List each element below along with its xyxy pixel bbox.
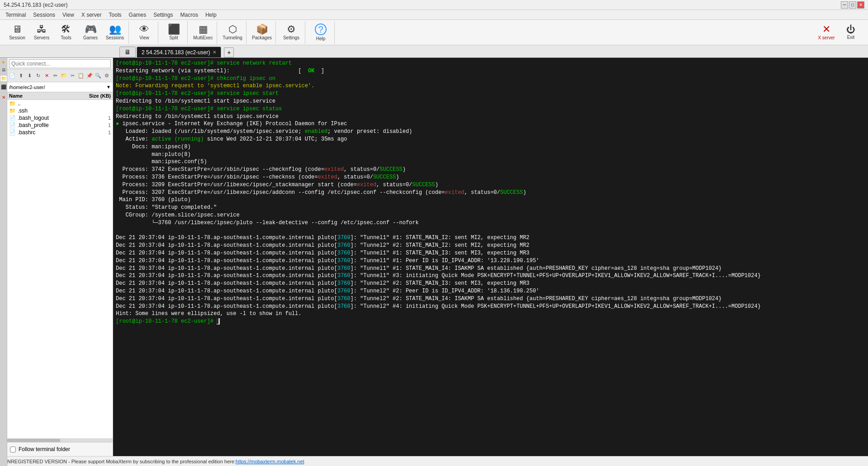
tool-xserver[interactable]: ✕ X server — [815, 22, 838, 43]
sidebar-mkdir-btn[interactable]: 📁 — [60, 72, 68, 80]
menu-sessions[interactable]: Sessions — [29, 11, 59, 19]
menu-settings[interactable]: Settings — [150, 11, 176, 19]
tunneling-icon: ⬡ — [228, 24, 237, 34]
menu-xserver[interactable]: X server — [78, 11, 105, 19]
menu-help[interactable]: Help — [202, 11, 220, 19]
terminal-line: Status: "Startup completed." — [116, 204, 865, 212]
tab-close-button[interactable]: ✕ — [213, 50, 216, 55]
tool-group-multiexec: ▦ MultiExec — [190, 21, 217, 44]
sidebar-upload-btn[interactable]: ⬆ — [17, 72, 25, 80]
xserver-icon: ✕ — [822, 24, 830, 34]
tool-tools[interactable]: 🛠 Tools — [54, 22, 78, 43]
sessions-label: Sessions — [106, 35, 124, 40]
tool-view[interactable]: 👁 View — [133, 22, 156, 43]
nav-strip: ★ 🖥 📁 ⬛ ✕ — [0, 58, 7, 466]
tool-multiexec[interactable]: ▦ MultiExec — [191, 22, 215, 43]
terminal-tab[interactable]: 2 54.254.176.183 (ec2-user) ✕ — [137, 47, 221, 57]
menu-macros[interactable]: Macros — [177, 11, 202, 19]
terminal-line: [root@ip-10-11-1-78 ec2-user]# service i… — [116, 90, 865, 98]
terminal-line: Redirecting to /bin/systemctl status ips… — [116, 113, 865, 121]
sidebar-new-btn[interactable]: 📄 — [8, 72, 16, 80]
sidebar-search-btn[interactable]: 🔍 — [94, 72, 102, 80]
sidebar-settings-btn[interactable]: ⚙ — [103, 72, 111, 80]
tool-group-split: ⬛ Split — [160, 21, 188, 44]
sidebar-delete-btn[interactable]: ✕ — [43, 72, 51, 80]
sessions-icon: 👥 — [109, 24, 121, 34]
file-size: 1 — [79, 122, 111, 128]
nav-x-icon[interactable]: ✕ — [2, 95, 5, 100]
terminal-line: Loaded: loaded (/usr/lib/systemd/system/… — [116, 128, 865, 136]
tool-exit[interactable]: ⏻ Exit — [839, 22, 863, 43]
tool-servers[interactable]: 🖧 Servers — [30, 22, 53, 43]
file-name: .. — [18, 100, 77, 107]
terminal-line: Dec 21 20:37:04 ip-10-11-1-78.ap-southea… — [116, 257, 865, 265]
menu-tools[interactable]: Tools — [105, 11, 125, 19]
terminal-area[interactable]: [root@ip-10-11-1-78 ec2-user]# service n… — [113, 58, 868, 466]
maximize-button[interactable]: □ — [849, 1, 856, 9]
col-size-header: Size (KB) — [81, 92, 113, 99]
minimize-button[interactable]: ─ — [841, 1, 848, 9]
nav-pc-icon[interactable]: 🖥 — [1, 67, 6, 72]
settings-icon: ⚙ — [287, 24, 296, 34]
terminal-line: ● ipsec.service - Internet Key Exchange … — [116, 120, 865, 128]
terminal-line: Note: Forwarding request to 'systemctl e… — [116, 82, 865, 90]
sidebar-hscrollbar[interactable] — [7, 438, 113, 442]
folder-icon: 📁 — [9, 100, 16, 107]
file-item-bash-logout[interactable]: 📄 .bash_logout 1 — [7, 114, 113, 122]
window-controls: ─ □ ✕ — [841, 1, 864, 9]
follow-terminal-checkbox[interactable] — [10, 447, 16, 452]
nav-star-icon[interactable]: ★ — [1, 60, 5, 65]
terminal-line: man:pluto(8) — [116, 151, 865, 159]
status-bar: UNREGISTERED VERSION - Please support Mo… — [0, 456, 868, 466]
status-text: UNREGISTERED VERSION - Please support Mo… — [4, 459, 236, 464]
file-list-header: Name Size (KB) — [7, 92, 113, 100]
tab-icon-area: 🖥 — [119, 47, 136, 57]
tool-session[interactable]: 🖥 Session — [5, 22, 29, 43]
terminal-line: Restarting network (via systemctl): [ OK… — [116, 67, 865, 75]
file-list: 📁 .. 📁 .ssh 📄 .bash_logout 1 📄 .bash_pro — [7, 100, 113, 269]
tool-tunneling[interactable]: ⬡ Tunneling — [221, 22, 244, 43]
file-item-bashrc[interactable]: 📄 .bashrc 1 — [7, 129, 113, 136]
close-button[interactable]: ✕ — [857, 1, 864, 9]
menu-terminal[interactable]: Terminal — [2, 11, 29, 19]
tool-group-settings: ⚙ Settings — [278, 21, 305, 44]
tool-help[interactable]: ? Help — [309, 22, 332, 43]
new-tab-button[interactable]: + — [224, 47, 234, 57]
packages-label: Packages — [252, 35, 272, 40]
nav-folder-icon[interactable]: 📁 — [0, 75, 7, 82]
terminal-prompt: [root@ip-10-11-1-78 ec2-user]# ▌ — [116, 318, 865, 325]
tool-games[interactable]: 🎮 Games — [79, 22, 102, 43]
menu-games[interactable]: Games — [125, 11, 150, 19]
status-link[interactable]: https://mobaxterm.mobatek.net — [236, 459, 304, 464]
session-label: Session — [9, 35, 25, 40]
sidebar-rename-btn[interactable]: ✏ — [51, 72, 59, 80]
quick-connect-input[interactable] — [9, 59, 111, 68]
terminal-line: Dec 21 20:37:04 ip-10-11-1-78.ap-southea… — [116, 287, 865, 295]
file-item-bash-profile[interactable]: 📄 .bash_profile 1 — [7, 122, 113, 129]
sidebar-paste-btn[interactable]: 📌 — [85, 72, 94, 80]
terminal-tab-label: 2 54.254.176.183 (ec2-user) — [142, 49, 210, 56]
tool-group-tunneling: ⬡ Tunneling — [219, 21, 247, 44]
nav-terminal-icon[interactable]: ⬛ — [1, 85, 6, 89]
file-item-dotdot[interactable]: 📁 .. — [7, 100, 113, 107]
follow-terminal-label: Follow terminal folder — [19, 446, 70, 452]
tool-settings[interactable]: ⚙ Settings — [280, 22, 303, 43]
sidebar-cut-btn[interactable]: ✂ — [68, 72, 76, 80]
terminal-line: Dec 21 20:37:04 ip-10-11-1-78.ap-southea… — [116, 295, 865, 303]
tool-split[interactable]: ⬛ Split — [162, 22, 185, 43]
xserver-label: X server — [818, 35, 835, 40]
menu-view[interactable]: View — [59, 11, 78, 19]
sidebar-download-btn[interactable]: ⬇ — [25, 72, 33, 80]
file-item-ssh[interactable]: 📁 .ssh — [7, 107, 113, 114]
sidebar-copy-btn[interactable]: 📋 — [77, 72, 85, 80]
tool-packages[interactable]: 📦 Packages — [250, 22, 274, 43]
path-dropdown-icon[interactable]: ▼ — [106, 85, 111, 89]
file-size: 1 — [79, 115, 111, 121]
sidebar-refresh-btn[interactable]: ↻ — [34, 72, 42, 80]
path-input[interactable] — [9, 85, 106, 90]
tool-sessions[interactable]: 👥 Sessions — [103, 22, 127, 43]
tab-bar: 🖥 2 54.254.176.183 (ec2-user) ✕ + — [0, 45, 868, 58]
file-name: .bashrc — [18, 129, 77, 136]
file-icon: 📄 — [9, 129, 16, 136]
path-bar: ▼ — [7, 82, 113, 92]
